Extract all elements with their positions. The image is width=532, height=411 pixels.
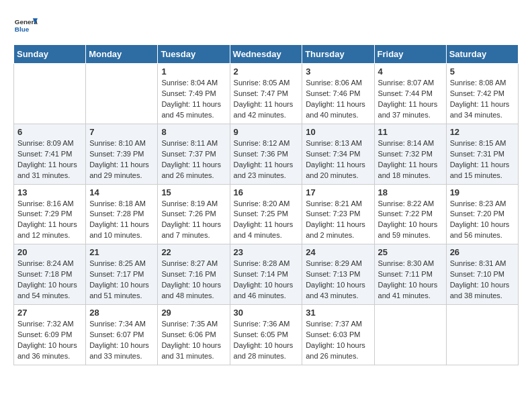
day-info: Sunrise: 8:28 AM Sunset: 7:14 PM Dayligh… <box>234 259 299 302</box>
day-number: 27 <box>17 308 82 318</box>
calendar-cell: 28Sunrise: 7:34 AM Sunset: 6:07 PM Dayli… <box>86 305 158 365</box>
logo-icon: General Blue <box>13 13 38 38</box>
calendar-cell: 25Sunrise: 8:30 AM Sunset: 7:11 PM Dayli… <box>374 244 446 305</box>
day-info: Sunrise: 8:24 AM Sunset: 7:18 PM Dayligh… <box>17 259 82 302</box>
day-info: Sunrise: 8:12 AM Sunset: 7:36 PM Dayligh… <box>234 138 299 181</box>
day-info: Sunrise: 8:20 AM Sunset: 7:25 PM Dayligh… <box>234 199 299 242</box>
calendar-cell: 5Sunrise: 8:08 AM Sunset: 7:42 PM Daylig… <box>446 64 518 124</box>
calendar-cell: 1Sunrise: 8:04 AM Sunset: 7:49 PM Daylig… <box>158 64 230 124</box>
day-number: 11 <box>378 127 443 137</box>
calendar-cell: 20Sunrise: 8:24 AM Sunset: 7:18 PM Dayli… <box>14 244 86 305</box>
day-info: Sunrise: 8:18 AM Sunset: 7:28 PM Dayligh… <box>89 199 154 242</box>
day-info: Sunrise: 7:36 AM Sunset: 6:05 PM Dayligh… <box>234 319 299 362</box>
page-header: General Blue <box>13 13 519 38</box>
day-info: Sunrise: 8:25 AM Sunset: 7:17 PM Dayligh… <box>89 259 154 302</box>
day-number: 28 <box>89 308 154 318</box>
day-info: Sunrise: 8:08 AM Sunset: 7:42 PM Dayligh… <box>450 78 515 121</box>
day-number: 10 <box>306 127 370 137</box>
calendar-cell: 11Sunrise: 8:14 AM Sunset: 7:32 PM Dayli… <box>374 124 446 184</box>
calendar-week-row: 13Sunrise: 8:16 AM Sunset: 7:29 PM Dayli… <box>14 184 519 244</box>
weekday-header: Friday <box>374 45 446 64</box>
day-info: Sunrise: 8:31 AM Sunset: 7:10 PM Dayligh… <box>450 259 515 302</box>
day-number: 18 <box>378 187 443 197</box>
calendar-cell: 6Sunrise: 8:09 AM Sunset: 7:41 PM Daylig… <box>14 124 86 184</box>
day-info: Sunrise: 7:32 AM Sunset: 6:09 PM Dayligh… <box>17 319 82 362</box>
calendar-cell: 13Sunrise: 8:16 AM Sunset: 7:29 PM Dayli… <box>14 184 86 244</box>
calendar-cell: 10Sunrise: 8:13 AM Sunset: 7:34 PM Dayli… <box>302 124 374 184</box>
day-number: 22 <box>161 247 226 257</box>
day-info: Sunrise: 8:16 AM Sunset: 7:29 PM Dayligh… <box>17 199 82 242</box>
weekday-header: Monday <box>86 45 158 64</box>
day-info: Sunrise: 8:29 AM Sunset: 7:13 PM Dayligh… <box>306 259 370 302</box>
calendar-cell: 24Sunrise: 8:29 AM Sunset: 7:13 PM Dayli… <box>302 244 374 305</box>
calendar-cell: 4Sunrise: 8:07 AM Sunset: 7:44 PM Daylig… <box>374 64 446 124</box>
calendar-week-row: 1Sunrise: 8:04 AM Sunset: 7:49 PM Daylig… <box>14 64 519 124</box>
day-number: 29 <box>161 308 226 318</box>
day-info: Sunrise: 8:07 AM Sunset: 7:44 PM Dayligh… <box>378 78 443 121</box>
calendar-week-row: 20Sunrise: 8:24 AM Sunset: 7:18 PM Dayli… <box>14 244 519 305</box>
day-number: 15 <box>161 187 226 197</box>
calendar-cell <box>86 64 158 124</box>
day-info: Sunrise: 7:34 AM Sunset: 6:07 PM Dayligh… <box>89 319 154 362</box>
day-number: 14 <box>89 187 154 197</box>
calendar-cell: 14Sunrise: 8:18 AM Sunset: 7:28 PM Dayli… <box>86 184 158 244</box>
day-info: Sunrise: 8:15 AM Sunset: 7:31 PM Dayligh… <box>450 138 515 181</box>
calendar-cell: 8Sunrise: 8:11 AM Sunset: 7:37 PM Daylig… <box>158 124 230 184</box>
day-info: Sunrise: 8:19 AM Sunset: 7:26 PM Dayligh… <box>161 199 226 242</box>
calendar-cell: 27Sunrise: 7:32 AM Sunset: 6:09 PM Dayli… <box>14 305 86 365</box>
calendar-cell: 23Sunrise: 8:28 AM Sunset: 7:14 PM Dayli… <box>230 244 302 305</box>
calendar-header-row: SundayMondayTuesdayWednesdayThursdayFrid… <box>14 45 519 64</box>
calendar-cell: 7Sunrise: 8:10 AM Sunset: 7:39 PM Daylig… <box>86 124 158 184</box>
day-number: 13 <box>17 187 82 197</box>
day-number: 2 <box>234 66 299 77</box>
day-number: 12 <box>450 127 515 137</box>
day-info: Sunrise: 8:30 AM Sunset: 7:11 PM Dayligh… <box>378 259 443 302</box>
calendar-cell <box>446 305 518 365</box>
calendar-cell: 3Sunrise: 8:06 AM Sunset: 7:46 PM Daylig… <box>302 64 374 124</box>
calendar-cell <box>374 305 446 365</box>
calendar-cell: 26Sunrise: 8:31 AM Sunset: 7:10 PM Dayli… <box>446 244 518 305</box>
day-number: 16 <box>234 187 299 197</box>
calendar-cell: 22Sunrise: 8:27 AM Sunset: 7:16 PM Dayli… <box>158 244 230 305</box>
day-number: 19 <box>450 187 515 197</box>
day-number: 6 <box>17 127 82 137</box>
day-info: Sunrise: 8:23 AM Sunset: 7:20 PM Dayligh… <box>450 199 515 242</box>
day-number: 7 <box>89 127 154 137</box>
day-number: 25 <box>378 247 443 257</box>
calendar-cell: 15Sunrise: 8:19 AM Sunset: 7:26 PM Dayli… <box>158 184 230 244</box>
weekday-header: Thursday <box>302 45 374 64</box>
calendar-cell: 21Sunrise: 8:25 AM Sunset: 7:17 PM Dayli… <box>86 244 158 305</box>
day-number: 23 <box>234 247 299 257</box>
calendar-cell: 12Sunrise: 8:15 AM Sunset: 7:31 PM Dayli… <box>446 124 518 184</box>
svg-text:Blue: Blue <box>15 26 30 33</box>
day-number: 24 <box>306 247 370 257</box>
day-info: Sunrise: 8:13 AM Sunset: 7:34 PM Dayligh… <box>306 138 370 181</box>
day-info: Sunrise: 8:21 AM Sunset: 7:23 PM Dayligh… <box>306 199 370 242</box>
day-number: 4 <box>378 66 443 77</box>
day-info: Sunrise: 8:10 AM Sunset: 7:39 PM Dayligh… <box>89 138 154 181</box>
weekday-header: Wednesday <box>230 45 302 64</box>
day-number: 30 <box>234 308 299 318</box>
day-number: 31 <box>306 308 370 318</box>
day-info: Sunrise: 8:27 AM Sunset: 7:16 PM Dayligh… <box>161 259 226 302</box>
calendar-cell: 16Sunrise: 8:20 AM Sunset: 7:25 PM Dayli… <box>230 184 302 244</box>
calendar-cell: 30Sunrise: 7:36 AM Sunset: 6:05 PM Dayli… <box>230 305 302 365</box>
day-number: 26 <box>450 247 515 257</box>
weekday-header: Sunday <box>14 45 86 64</box>
day-info: Sunrise: 8:05 AM Sunset: 7:47 PM Dayligh… <box>234 78 299 121</box>
day-number: 17 <box>306 187 370 197</box>
day-number: 1 <box>161 66 226 77</box>
day-info: Sunrise: 8:14 AM Sunset: 7:32 PM Dayligh… <box>378 138 443 181</box>
day-number: 5 <box>450 66 515 77</box>
calendar-cell: 9Sunrise: 8:12 AM Sunset: 7:36 PM Daylig… <box>230 124 302 184</box>
day-number: 21 <box>89 247 154 257</box>
calendar-cell <box>14 64 86 124</box>
day-number: 3 <box>306 66 370 77</box>
day-info: Sunrise: 8:22 AM Sunset: 7:22 PM Dayligh… <box>378 199 443 242</box>
logo: General Blue <box>13 13 40 38</box>
weekday-header: Saturday <box>446 45 518 64</box>
day-number: 20 <box>17 247 82 257</box>
calendar-cell: 31Sunrise: 7:37 AM Sunset: 6:03 PM Dayli… <box>302 305 374 365</box>
calendar-cell: 18Sunrise: 8:22 AM Sunset: 7:22 PM Dayli… <box>374 184 446 244</box>
day-info: Sunrise: 8:09 AM Sunset: 7:41 PM Dayligh… <box>17 138 82 181</box>
